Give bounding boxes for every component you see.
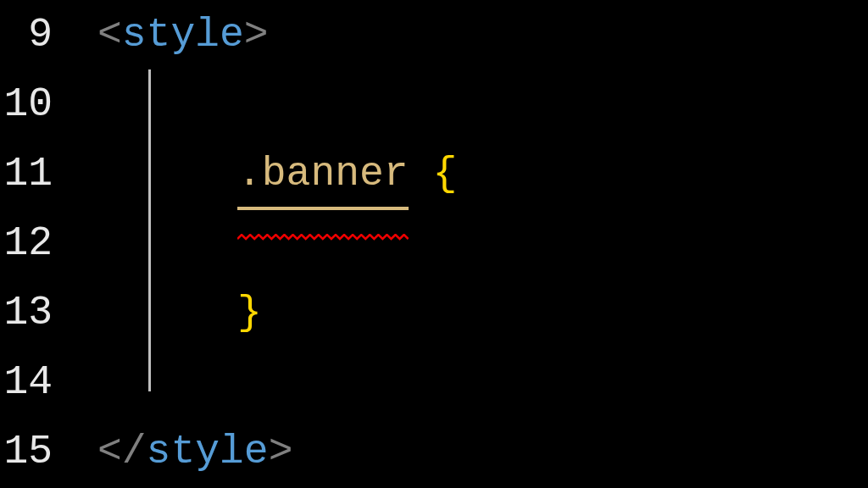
bracket-token: > [244, 12, 269, 58]
bracket-token: > [269, 429, 293, 474]
space-token [409, 151, 433, 197]
code-line[interactable]: } [68, 278, 868, 347]
code-line[interactable] [68, 347, 868, 417]
tag-token: style [122, 12, 244, 58]
code-content[interactable]: <style> .banner { } </style> [68, 0, 868, 488]
tag-token: style [147, 429, 269, 474]
brace-token: } [237, 290, 262, 336]
brace-token: { [432, 151, 457, 197]
bracket-token: < [97, 12, 122, 58]
code-line[interactable]: </style> [68, 417, 868, 486]
line-number: 13 [0, 278, 53, 347]
error-squiggle-icon [237, 195, 409, 202]
code-line[interactable] [68, 208, 868, 278]
bracket-token: </ [97, 429, 147, 474]
line-number: 9 [0, 0, 53, 69]
code-line[interactable] [68, 69, 868, 139]
line-number: 12 [0, 208, 53, 278]
line-number: 15 [0, 417, 53, 486]
line-number: 14 [0, 347, 53, 417]
code-line[interactable]: <style> [68, 0, 868, 69]
line-number: 11 [0, 139, 53, 208]
selector-text: .banner [237, 151, 409, 197]
code-line[interactable]: .banner { [68, 139, 868, 208]
line-number-gutter: 9 10 11 12 13 14 15 [0, 0, 68, 488]
selector-token: .banner [237, 139, 409, 208]
code-editor[interactable]: 9 10 11 12 13 14 15 <style> .banner { } … [0, 0, 868, 488]
line-number: 10 [0, 69, 53, 139]
